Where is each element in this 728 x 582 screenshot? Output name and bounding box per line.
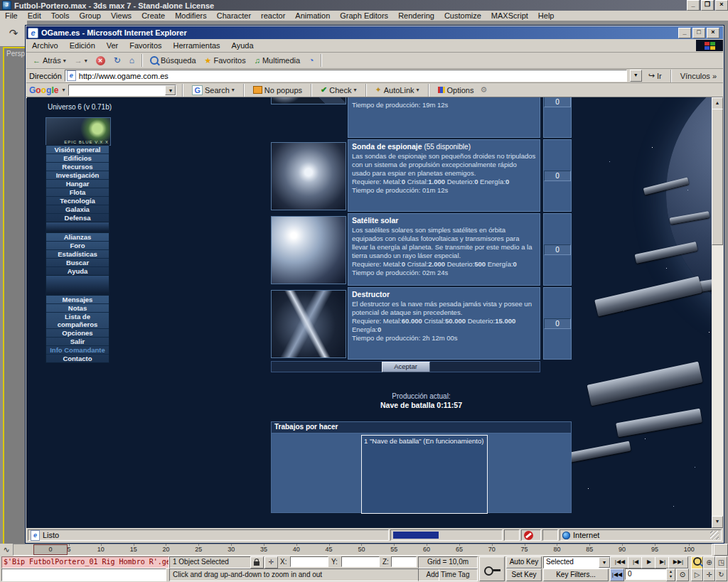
maxscript-mini-listener[interactable]: $'Bip FutbolPortero_01 Rig Hombro R'.gen	[1, 556, 169, 568]
max-menu-item[interactable]: Create	[136, 11, 170, 20]
ship-quantity-input[interactable]	[544, 244, 571, 255]
nav-item-mensajes[interactable]: Mensajes	[46, 296, 109, 303]
absolute-offset-toggle[interactable]: ✛	[264, 556, 278, 568]
history-button[interactable]: ◔	[305, 55, 317, 66]
max-menu-item[interactable]: Help	[533, 11, 560, 20]
auto-key-button[interactable]: Auto Key	[506, 556, 542, 568]
max-menu-item[interactable]: Animation	[290, 11, 335, 20]
media-button[interactable]: ♫ Multimedia	[251, 55, 304, 65]
vertical-scrollbar[interactable]: ▲ ▼	[712, 97, 723, 528]
time-slider-thumb[interactable]: 0	[33, 544, 68, 555]
chevron-down-icon[interactable]: ▾	[599, 557, 610, 568]
y-coord-field[interactable]	[341, 556, 380, 567]
nav-item-main[interactable]: Tecnología	[46, 196, 109, 205]
nav-item-lista-companeros[interactable]: Lista de compañeros	[46, 312, 109, 328]
max-menu-item[interactable]: Modifiers	[170, 11, 212, 20]
max-restore-button[interactable]: ❐	[701, 0, 714, 11]
search-button[interactable]: Búsqueda	[146, 55, 200, 65]
pan-button[interactable]: ✛	[703, 568, 715, 581]
ie-menu-item[interactable]: Edición	[64, 41, 101, 50]
max-menu-item[interactable]: Rendering	[393, 11, 439, 20]
autolink-button[interactable]: ✦ AutoLink ▾	[373, 85, 422, 95]
nav-item-main[interactable]: Defensa	[46, 213, 109, 222]
ie-menu-item[interactable]: Ver	[101, 41, 124, 50]
max-menu-item[interactable]: Views	[106, 11, 136, 20]
wrench-icon[interactable]: ⚙	[480, 85, 487, 95]
back-button[interactable]: ← Atrás ▾	[29, 55, 70, 65]
nav-item-community[interactable]: Alianzas	[46, 233, 109, 241]
address-dropdown-icon[interactable]: ▾	[630, 70, 642, 82]
nav-item-salir[interactable]: Salir	[46, 337, 109, 345]
google-search-input[interactable]: ▾	[68, 85, 176, 96]
max-menu-item[interactable]: MAXScript	[486, 11, 533, 20]
ie-menu-item[interactable]: Ayuda	[226, 41, 259, 50]
google-logo[interactable]: Google	[29, 85, 58, 95]
max-menu-item[interactable]: reactor	[256, 11, 290, 20]
go-button[interactable]: ↪ Ir	[645, 70, 665, 81]
ie-maximize-button[interactable]: □	[692, 28, 705, 38]
zoom-button[interactable]	[691, 556, 703, 569]
google-search-dropdown-icon[interactable]: ▾	[165, 85, 176, 95]
frame-spinner[interactable]: ▴▾	[666, 568, 675, 581]
nav-item-main[interactable]: Edificios	[46, 153, 109, 162]
set-key-big-button[interactable]	[479, 556, 505, 581]
current-frame-field[interactable]: 0	[625, 568, 668, 580]
refresh-button[interactable]: ↻	[110, 55, 124, 66]
key-mode-toggle[interactable]: |◀◀	[610, 568, 624, 581]
favorites-button[interactable]: ★ Favoritos	[201, 55, 250, 66]
set-key-button[interactable]: Set Key	[506, 568, 542, 581]
add-time-tag[interactable]: Add Time Tag	[418, 568, 478, 581]
ie-menu-item[interactable]: Favoritos	[124, 41, 167, 50]
stop-button[interactable]: ✕	[92, 55, 109, 66]
nav-item-notas[interactable]: Notas	[46, 303, 109, 312]
nav-item-main[interactable]: Visión general	[46, 146, 109, 153]
options-button[interactable]: Options	[435, 86, 477, 95]
scrollbar-thumb[interactable]	[712, 109, 723, 245]
nav-item-community[interactable]: Ayuda	[46, 266, 109, 275]
no-popups-button[interactable]: No popups	[250, 86, 305, 95]
max-menu-item[interactable]: Edit	[23, 11, 46, 20]
timeline-ruler[interactable]: 5101520253035404550556065707580859095100…	[13, 544, 712, 556]
max-minimize-button[interactable]: _	[687, 0, 700, 11]
time-configuration-button[interactable]: ⊙	[676, 568, 689, 581]
jobs-listbox[interactable]: 1 "Nave de batalla" (En funcionamiento)	[361, 435, 488, 514]
nav-item-contacto[interactable]: Contacto	[46, 354, 109, 362]
ie-menu-item[interactable]: Herramientas	[168, 41, 226, 50]
zoom-extents-button[interactable]: ◳	[715, 556, 727, 569]
selection-filter-dropdown[interactable]: Selected ▾	[543, 556, 611, 568]
links-button[interactable]: Vínculos »	[677, 71, 720, 81]
max-menu-item[interactable]: Tools	[46, 11, 75, 20]
max-menu-item[interactable]: Customize	[439, 11, 486, 20]
resize-grip[interactable]	[710, 531, 719, 539]
max-menu-item[interactable]: Group	[74, 11, 106, 20]
forward-dropdown-icon[interactable]: ▾	[85, 58, 87, 64]
spellcheck-button[interactable]: ✔ Check ▾	[318, 85, 359, 95]
address-input[interactable]: e http://www.ogame.com.es	[65, 70, 627, 82]
max-menu-item[interactable]: File	[0, 11, 23, 20]
nav-item-main[interactable]: Hangar	[46, 179, 109, 188]
address-url[interactable]: http://www.ogame.com.es	[79, 72, 168, 80]
field-of-view-button[interactable]: ▷	[691, 568, 703, 581]
nav-item-community[interactable]: Foro	[46, 241, 109, 249]
scroll-down-icon[interactable]: ▼	[712, 516, 723, 528]
nav-item-info-comandante[interactable]: Info Comandante	[46, 345, 109, 354]
forward-button[interactable]: → ▾	[71, 55, 91, 65]
google-search-button[interactable]: G Search ▾	[189, 85, 237, 95]
job-item[interactable]: 1 "Nave de batalla" (En funcionamiento)	[364, 437, 483, 445]
back-dropdown-icon[interactable]: ▾	[63, 58, 66, 64]
google-dropdown-icon[interactable]: ▾	[62, 87, 65, 93]
go-to-start-button[interactable]: |◀◀	[610, 556, 630, 568]
selection-lock-button[interactable]	[250, 556, 264, 568]
max-menu-item[interactable]: Character	[212, 11, 256, 20]
nav-item-opciones[interactable]: Opciones	[46, 328, 109, 337]
go-to-end-button[interactable]: ▶▶|	[668, 556, 688, 568]
ie-minimize-button[interactable]: _	[678, 28, 691, 38]
nav-item-community[interactable]: Buscar	[46, 258, 109, 266]
zoom-all-button[interactable]: ⊕	[703, 556, 715, 569]
max-close-button[interactable]: ×	[715, 0, 728, 11]
mini-curve-editor-icon[interactable]: ∿	[0, 544, 13, 556]
nav-item-main[interactable]: Galaxia	[46, 205, 109, 213]
x-coord-field[interactable]	[290, 556, 328, 567]
undo-arc-icon[interactable]: ↷	[9, 27, 18, 40]
ie-close-button[interactable]: ×	[707, 28, 719, 38]
